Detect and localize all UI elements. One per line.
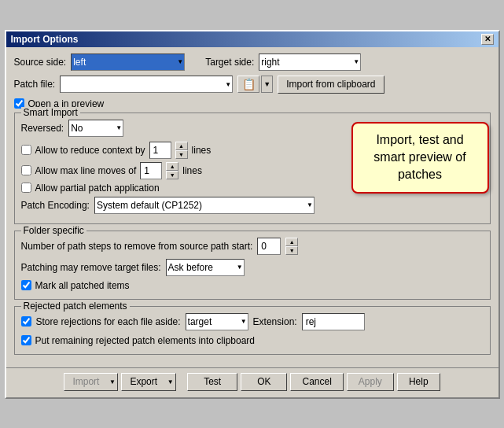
export-button[interactable]: Export	[121, 373, 165, 391]
max-line-moves-suffix: lines	[182, 165, 202, 176]
extension-label: Extension:	[253, 316, 297, 327]
import-from-clipboard-button[interactable]: Import from clipboard	[278, 76, 384, 94]
patch-file-label: Patch file:	[14, 79, 56, 90]
smart-import-title: Smart Import	[21, 107, 80, 118]
store-rejections-row: Store rejections for each file aside: ta…	[21, 313, 484, 330]
remove-target-label: Patching may remove target files:	[21, 262, 161, 273]
bottom-buttons-bar: Import ▼ Export ▼ Test OK Cancel Apply H…	[6, 367, 498, 397]
tooltip-text: Import, test and smart preview of patche…	[373, 133, 465, 182]
mark-patched-row: Mark all patched items	[21, 280, 484, 291]
clipboard-icon-button[interactable]: 📋	[237, 76, 259, 93]
max-line-moves-spinner: ▲ ▼	[166, 162, 178, 179]
patch-file-row: Patch file: 📋 ▼ Import from clipboard	[14, 76, 491, 94]
remove-target-select[interactable]: Ask before Always Never	[166, 259, 245, 276]
open-preview-row: Open a in preview	[14, 98, 491, 109]
partial-patch-label: Allow partial patch application	[35, 183, 160, 194]
source-side-select[interactable]: left right	[71, 54, 185, 71]
store-rejections-label: Store rejections for each file aside:	[36, 316, 181, 327]
encoding-row: Patch Encoding: System default (CP1252) …	[21, 197, 484, 214]
apply-button[interactable]: Apply	[347, 373, 394, 391]
rejected-group: Rejected patch elements Store rejections…	[14, 306, 491, 355]
clipboard-dropdown-button[interactable]: ▼	[261, 76, 273, 93]
path-steps-up[interactable]: ▲	[285, 238, 298, 246]
remove-target-row: Patching may remove target files: Ask be…	[21, 259, 484, 276]
reduce-context-down[interactable]: ▼	[175, 150, 188, 159]
export-btn-group: Export ▼	[121, 373, 176, 391]
source-side-label: Source side:	[14, 57, 67, 68]
tooltip-box: Import, test and smart preview of patche…	[351, 122, 489, 194]
folder-specific-group: Folder specific Number of path steps to …	[14, 231, 491, 300]
remaining-clipboard-checkbox[interactable]	[21, 335, 31, 345]
test-button[interactable]: Test	[187, 373, 237, 391]
patch-file-wrapper	[60, 76, 233, 93]
export-dropdown-arrow[interactable]: ▼	[165, 373, 176, 391]
partial-patch-checkbox[interactable]	[21, 183, 31, 193]
import-dropdown-arrow[interactable]: ▼	[107, 373, 118, 391]
reduce-context-input[interactable]	[149, 142, 171, 159]
encoding-wrapper: System default (CP1252) UTF-8 UTF-16	[94, 197, 315, 214]
max-line-moves-down[interactable]: ▼	[166, 171, 178, 179]
dialog-content: Source side: left right Target side: rig…	[6, 47, 498, 367]
patch-file-select[interactable]	[60, 76, 233, 93]
max-line-moves-label: Allow max line moves of	[35, 165, 137, 176]
store-select-wrapper: target source	[186, 313, 248, 330]
remaining-clipboard-row: Put remaining rejected patch elements in…	[21, 335, 484, 346]
source-target-row: Source side: left right Target side: rig…	[14, 54, 491, 71]
remove-target-wrapper: Ask before Always Never	[166, 259, 245, 276]
store-rejection-select[interactable]: target source	[186, 313, 248, 330]
dialog-title: Import Options	[11, 34, 79, 45]
cancel-button[interactable]: Cancel	[290, 373, 343, 391]
reduce-context-spinner: ▲ ▼	[175, 142, 188, 159]
max-line-moves-input[interactable]	[140, 162, 162, 179]
max-line-moves-up[interactable]: ▲	[166, 162, 178, 171]
reversed-select[interactable]: No Yes	[68, 120, 123, 137]
reversed-label: Reversed:	[21, 123, 64, 134]
help-button[interactable]: Help	[397, 373, 440, 391]
store-rejections-checkbox[interactable]	[21, 316, 31, 327]
extension-input[interactable]	[302, 313, 365, 330]
source-side-wrapper: left right	[71, 54, 185, 71]
import-btn-group: Import ▼	[64, 373, 118, 391]
mark-patched-label: Mark all patched items	[35, 280, 130, 291]
path-steps-input[interactable]	[257, 238, 281, 255]
rejected-title: Rejected patch elements	[21, 301, 130, 312]
folder-specific-title: Folder specific	[21, 225, 86, 236]
encoding-select[interactable]: System default (CP1252) UTF-8 UTF-16	[94, 197, 315, 214]
path-steps-label: Number of path steps to remove from sour…	[21, 241, 253, 252]
path-steps-down[interactable]: ▼	[285, 246, 298, 255]
remaining-clipboard-label: Put remaining rejected patch elements in…	[35, 335, 256, 346]
reduce-context-up[interactable]: ▲	[175, 142, 188, 150]
encoding-label: Patch Encoding:	[21, 200, 90, 211]
ok-button[interactable]: OK	[241, 373, 287, 391]
target-side-wrapper: right left	[259, 54, 361, 71]
path-steps-row: Number of path steps to remove from sour…	[21, 238, 484, 255]
reduce-context-checkbox[interactable]	[21, 145, 31, 155]
import-button[interactable]: Import	[64, 373, 107, 391]
target-side-label: Target side:	[205, 57, 254, 68]
reduce-context-label: Allow to reduce context by	[35, 145, 145, 156]
title-bar: Import Options ✕	[6, 31, 498, 47]
target-side-select[interactable]: right left	[259, 54, 361, 71]
reduce-context-suffix: lines	[192, 145, 212, 156]
path-steps-spinner: ▲ ▼	[285, 238, 298, 255]
close-button[interactable]: ✕	[481, 34, 494, 45]
mark-patched-checkbox[interactable]	[21, 280, 31, 290]
max-line-moves-checkbox[interactable]	[21, 165, 31, 175]
clipboard-btn-group: 📋 ▼	[237, 76, 273, 93]
import-options-dialog: Import Options ✕ Source side: left right…	[5, 30, 500, 399]
reversed-wrapper: No Yes	[68, 120, 123, 137]
